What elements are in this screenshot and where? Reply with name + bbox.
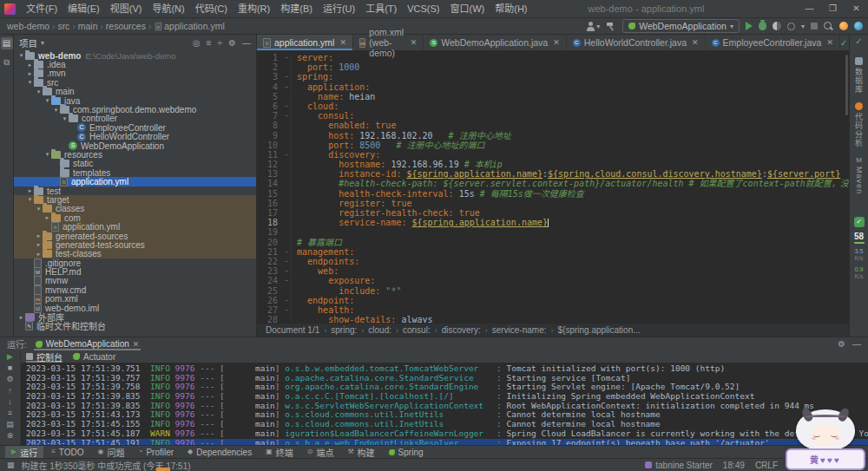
tree-row[interactable]: ▾controller	[14, 114, 256, 123]
console-tab[interactable]: 控制台	[26, 350, 62, 363]
right-stripe-button[interactable]: 代码分析	[853, 102, 865, 147]
chevron-down-icon[interactable]: ▾	[52, 107, 60, 114]
tree-row[interactable]: ▸test	[14, 186, 256, 195]
settings-icon[interactable]: ⚙	[4, 375, 16, 384]
tree-row[interactable]: MHELP.md	[14, 267, 256, 276]
chevron-down-icon[interactable]: ▾	[26, 196, 34, 203]
yaml-breadcrumb-item[interactable]: cloud:	[368, 325, 391, 335]
menu-item[interactable]: 导航(N)	[147, 0, 189, 18]
console-output[interactable]: 2023-03-15 17:51:39.751 INFO 9976 --- [m…	[21, 363, 868, 445]
hide-panel-icon[interactable]: —	[852, 339, 861, 349]
clear-icon[interactable]: ⊗	[4, 431, 16, 441]
tool-window-switcher-icon[interactable]: ▦	[7, 461, 15, 469]
breadcrumb-item[interactable]: resources	[104, 21, 148, 31]
down-icon[interactable]: ↓	[4, 397, 16, 407]
rerun-icon[interactable]: ▶	[4, 352, 16, 362]
tool-window-button-profiler[interactable]: ◔Profiler	[133, 446, 181, 459]
editor-tab[interactable]: SWebDemoApplication.java✕	[424, 35, 567, 50]
print-icon[interactable]: ▤	[4, 420, 16, 429]
tree-row[interactable]: ▸generated-sources	[14, 232, 256, 240]
breadcrumb-item[interactable]: web-demo	[5, 21, 51, 31]
chevron-down-icon[interactable]: ▾	[35, 206, 43, 213]
chevron-right-icon[interactable]: ▸	[26, 62, 34, 69]
yaml-breadcrumb-item[interactable]: spring:	[331, 325, 357, 335]
tool-window-button-build[interactable]: ⚒构建	[341, 446, 380, 459]
orange-plugin-icon[interactable]	[839, 22, 848, 30]
breadcrumb-item[interactable]: src	[56, 21, 71, 31]
menu-item[interactable]: 窗口(W)	[445, 0, 490, 18]
chevron-right-icon[interactable]: ▸	[35, 232, 43, 239]
tree-row[interactable]: ▾target	[14, 195, 256, 204]
fold-marker[interactable]: −	[283, 101, 292, 111]
tabnine-widget[interactable]: tabnine Starter	[645, 461, 713, 470]
tool-window-button-terminal[interactable]: ▣终端	[260, 446, 299, 459]
tree-row[interactable]: ▾com.springboot.demo.webdemo	[14, 105, 256, 114]
settings-gear-icon[interactable]: ⚙	[838, 339, 845, 349]
up-icon[interactable]: ↑	[4, 386, 16, 396]
close-icon[interactable]: ✕	[826, 38, 833, 47]
code-editor[interactable]: 1−server:2 port: 10003−spring:4− applica…	[257, 51, 849, 323]
search-everywhere-icon[interactable]	[824, 22, 833, 31]
tree-row[interactable]: ▸com	[14, 213, 256, 222]
tree-row[interactable]: templates	[14, 168, 256, 177]
chevron-right-icon[interactable]: ▸	[26, 70, 34, 77]
locate-icon[interactable]: ◎	[193, 38, 201, 48]
chevron-down-icon[interactable]: ▾	[17, 52, 25, 59]
tree-row[interactable]: ≋application.yml	[14, 177, 256, 186]
menu-item[interactable]: 重构(R)	[233, 0, 275, 18]
project-stripe-button[interactable]: ▤	[1, 37, 13, 49]
tree-row[interactable]: ▾classes	[14, 205, 256, 213]
editor-tab[interactable]: CEmployeeController.java✕	[706, 35, 840, 50]
fold-marker[interactable]: −	[283, 305, 292, 315]
tree-row[interactable]: mpom.xml	[14, 295, 256, 304]
tool-window-button-endpoints[interactable]: ⊙端点	[301, 446, 340, 459]
tree-row[interactable]: ✎临时文件和控制台	[14, 322, 256, 330]
console-line[interactable]: 2023-03-15 17:51:45.191 INFO 9976 --- [m…	[26, 439, 868, 446]
menu-item[interactable]: 帮助(H)	[490, 0, 532, 18]
fold-marker[interactable]: −	[283, 276, 292, 285]
yaml-breadcrumb-item[interactable]: consul:	[403, 325, 431, 335]
close-icon[interactable]: ✕	[692, 38, 699, 47]
tool-window-button-problems[interactable]: ◉问题	[92, 446, 131, 459]
menu-item[interactable]: 编辑(E)	[62, 0, 105, 18]
build-project-button[interactable]	[606, 21, 616, 31]
menu-item[interactable]: VCS(S)	[402, 0, 444, 18]
close-icon[interactable]: ✕	[553, 38, 560, 47]
tree-row[interactable]: ▾web-demoE:\Code\Java\web-demo	[14, 51, 256, 60]
stop-icon[interactable]: ■	[4, 363, 16, 373]
editor-tab[interactable]: ≋application.yml✕	[257, 35, 353, 50]
fold-marker[interactable]: −	[283, 53, 292, 62]
chevron-down-icon[interactable]: ▾	[43, 97, 51, 104]
close-icon[interactable]: ✕	[339, 38, 346, 47]
breadcrumb-item[interactable]: application.yml	[162, 21, 226, 31]
profiler-button[interactable]	[787, 23, 795, 30]
tool-window-button-dependencies[interactable]: ◆Dependencies	[181, 446, 258, 459]
yaml-breadcrumb-item[interactable]: discovery:	[442, 325, 481, 335]
chevron-down-icon[interactable]: ▾	[26, 79, 34, 86]
tool-window-button-run[interactable]: ▶运行	[5, 446, 43, 459]
tree-row[interactable]: CHelloWorldController	[14, 133, 256, 141]
chevron-down-icon[interactable]: ▾	[61, 115, 69, 122]
close-icon[interactable]: ✕	[411, 38, 418, 47]
right-stripe-button[interactable]: MMaven	[855, 156, 864, 194]
breadcrumb-item[interactable]: main	[76, 21, 100, 31]
tree-row[interactable]: ▾src	[14, 78, 256, 87]
close-icon[interactable]: ✕	[133, 340, 140, 349]
fold-marker[interactable]: −	[283, 296, 292, 305]
tree-row[interactable]: ≋application.yml	[14, 222, 256, 231]
coverage-button[interactable]	[773, 22, 781, 30]
tool-window-button-spring[interactable]: Spring	[383, 446, 430, 459]
chevron-right-icon[interactable]: ▸	[26, 187, 34, 194]
user-menu[interactable]: ▾	[586, 22, 600, 31]
run-config-selector[interactable]: WebDemoApplication ▾	[622, 19, 740, 33]
structure-stripe-button[interactable]: ⧉	[1, 56, 13, 69]
menu-item[interactable]: 构建(B)	[275, 0, 318, 18]
right-stripe-button[interactable]: 数据库	[853, 57, 865, 94]
run-button[interactable]	[746, 22, 753, 30]
chevron-right-icon[interactable]: ▸	[35, 251, 43, 258]
fold-marker[interactable]: −	[283, 247, 292, 257]
fold-marker[interactable]: −	[283, 82, 292, 92]
tree-row[interactable]: ▸test-classes	[14, 250, 256, 258]
tree-row[interactable]: mvnw.cmd	[14, 285, 256, 294]
menu-item[interactable]: 运行(U)	[318, 0, 360, 18]
